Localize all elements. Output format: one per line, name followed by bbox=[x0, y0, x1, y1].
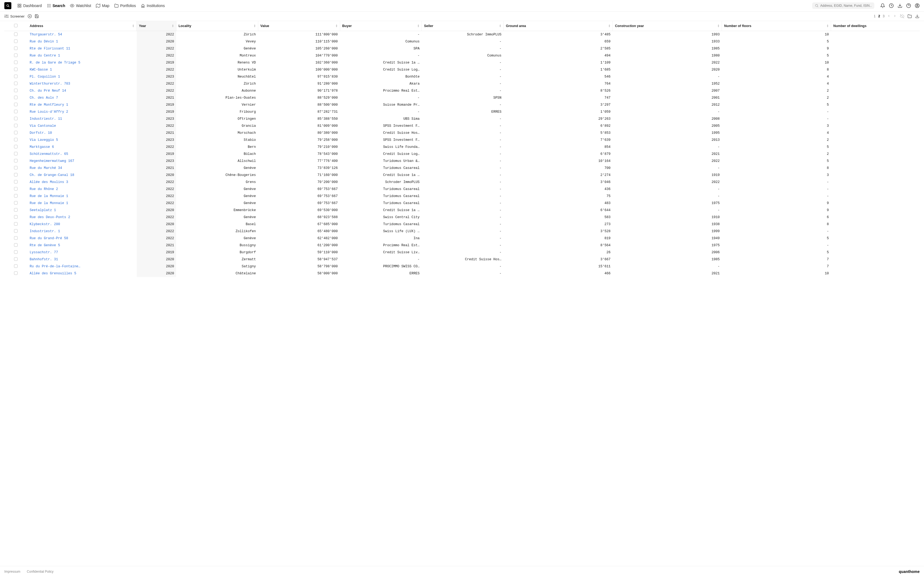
row-checkbox[interactable] bbox=[4, 31, 27, 39]
col-buyer[interactable]: Buyer▲▼ bbox=[340, 21, 422, 31]
clock-icon[interactable] bbox=[889, 3, 894, 8]
footer-impressum[interactable]: Impressum bbox=[4, 570, 20, 574]
row-checkbox[interactable] bbox=[4, 115, 27, 122]
row-checkbox[interactable] bbox=[4, 221, 27, 228]
page-2[interactable]: 2 bbox=[878, 15, 881, 18]
cell-address[interactable]: Via Laveggio 5 bbox=[27, 137, 137, 143]
col-floors[interactable]: Number of floors▲▼ bbox=[722, 21, 831, 31]
col-seller[interactable]: Seller▲▼ bbox=[422, 21, 504, 31]
row-checkbox[interactable] bbox=[4, 73, 27, 80]
row-checkbox[interactable] bbox=[4, 256, 27, 263]
cell-address[interactable]: Hegenheimermattweg 167 bbox=[27, 158, 137, 164]
logo[interactable] bbox=[4, 2, 11, 9]
cell-address[interactable]: Rue du Marché 34 bbox=[27, 164, 137, 172]
folder-open-icon[interactable] bbox=[907, 14, 912, 19]
row-checkbox[interactable] bbox=[4, 108, 27, 115]
cell-address[interactable]: Schützenmattstr. 65 bbox=[27, 150, 137, 158]
row-checkbox[interactable] bbox=[4, 200, 27, 207]
cell-address[interactable]: Rue Louis-d'Affry 2 bbox=[27, 108, 137, 115]
footer-policy[interactable]: Confidential Policy bbox=[27, 570, 53, 574]
row-checkbox[interactable] bbox=[4, 94, 27, 102]
nav-search[interactable]: Search bbox=[47, 3, 65, 8]
cell-address[interactable]: R. de la Gare de Triage 5 bbox=[27, 59, 137, 66]
nav-dashboard[interactable]: Dashboard bbox=[17, 3, 42, 8]
cell-address[interactable]: Industriestr. 1 bbox=[27, 228, 137, 235]
cell-address[interactable]: Rte de Montfleury 1 bbox=[27, 102, 137, 108]
cell-address[interactable]: Allée des Grenouilles 5 bbox=[27, 270, 137, 277]
page-next[interactable] bbox=[893, 15, 897, 18]
row-checkbox[interactable] bbox=[4, 150, 27, 158]
bell-icon[interactable] bbox=[880, 3, 885, 8]
row-checkbox[interactable] bbox=[4, 137, 27, 143]
cell-address[interactable]: Industriestr. 11 bbox=[27, 115, 137, 122]
cell-address[interactable]: Ch. du Pré Neuf 14 bbox=[27, 87, 137, 94]
cell-address[interactable]: Ru du Pré-de-la-Fontaine… bbox=[27, 263, 137, 270]
row-checkbox[interactable] bbox=[4, 249, 27, 256]
cell-address[interactable]: Rte de Genève 5 bbox=[27, 242, 137, 249]
row-checkbox[interactable] bbox=[4, 235, 27, 242]
cell-address[interactable]: Pl. Coquillon 1 bbox=[27, 73, 137, 80]
cell-address[interactable]: Thurgauerstr. 54 bbox=[27, 31, 137, 39]
row-checkbox[interactable] bbox=[4, 87, 27, 94]
row-checkbox[interactable] bbox=[4, 66, 27, 73]
cell-address[interactable]: Dorfstr. 10 bbox=[27, 129, 137, 137]
cell-address[interactable]: KWC-Gasse 1 bbox=[27, 66, 137, 73]
page-3[interactable]: 3 bbox=[882, 15, 885, 18]
col-dwellings[interactable]: Number of dwellings bbox=[831, 21, 920, 31]
row-checkbox[interactable] bbox=[4, 52, 27, 59]
visibility-icon[interactable] bbox=[900, 14, 905, 19]
global-search-input[interactable] bbox=[820, 4, 872, 8]
row-checkbox[interactable] bbox=[4, 122, 27, 129]
col-select-all[interactable] bbox=[4, 21, 27, 31]
cell-address[interactable]: Rue du Rhône 2 bbox=[27, 186, 137, 193]
cell-address[interactable]: Rue du Centre 1 bbox=[27, 52, 137, 59]
cell-address[interactable]: Seetalplatz 1 bbox=[27, 207, 137, 214]
col-locality[interactable]: Locality▲▼ bbox=[176, 21, 258, 31]
cell-address[interactable]: Rue du Dévin 1 bbox=[27, 38, 137, 45]
cell-address[interactable]: Rue de la Monnaie 1 bbox=[27, 193, 137, 200]
row-checkbox[interactable] bbox=[4, 45, 27, 52]
col-construction-year[interactable]: Construction year▲▼ bbox=[613, 21, 722, 31]
cell-address[interactable]: Allée des Moulins 3 bbox=[27, 179, 137, 186]
nav-portfolios[interactable]: Portfolios bbox=[114, 3, 136, 8]
row-checkbox[interactable] bbox=[4, 102, 27, 108]
nav-map[interactable]: Map bbox=[96, 3, 109, 8]
row-checkbox[interactable] bbox=[4, 214, 27, 221]
cell-address[interactable]: Winterthurerstr. 703 bbox=[27, 80, 137, 87]
clear-filter-icon[interactable] bbox=[27, 14, 32, 19]
cell-address[interactable]: Via Cantonale bbox=[27, 122, 137, 129]
cell-address[interactable]: Rue de la Monnaie 1 bbox=[27, 200, 137, 207]
row-checkbox[interactable] bbox=[4, 80, 27, 87]
row-checkbox[interactable] bbox=[4, 129, 27, 137]
row-checkbox[interactable] bbox=[4, 270, 27, 277]
page-1[interactable]: 1 bbox=[873, 15, 876, 18]
nav-institutions[interactable]: Institutions bbox=[141, 3, 165, 8]
row-checkbox[interactable] bbox=[4, 172, 27, 179]
col-ground-area[interactable]: Ground area▲▼ bbox=[504, 21, 613, 31]
user-icon[interactable] bbox=[915, 3, 920, 8]
row-checkbox[interactable] bbox=[4, 59, 27, 66]
row-checkbox[interactable] bbox=[4, 179, 27, 186]
row-checkbox[interactable] bbox=[4, 263, 27, 270]
row-checkbox[interactable] bbox=[4, 207, 27, 214]
download-icon[interactable] bbox=[898, 3, 902, 8]
row-checkbox[interactable] bbox=[4, 186, 27, 193]
global-search[interactable] bbox=[812, 2, 874, 9]
cell-address[interactable]: Rue du Grand-Pré 58 bbox=[27, 235, 137, 242]
export-icon[interactable] bbox=[915, 14, 920, 19]
row-checkbox[interactable] bbox=[4, 38, 27, 45]
row-checkbox[interactable] bbox=[4, 143, 27, 150]
cell-address[interactable]: Bahnhofstr. 31 bbox=[27, 256, 137, 263]
cell-address[interactable]: Rte de Florissant 11 bbox=[27, 45, 137, 52]
nav-watchlist[interactable]: Watchlist bbox=[70, 3, 91, 8]
cell-address[interactable]: Ch. des Aulx 7 bbox=[27, 94, 137, 102]
cell-address[interactable]: Rue des Deux-Ponts 2 bbox=[27, 214, 137, 221]
col-value[interactable]: Value▲▼ bbox=[258, 21, 340, 31]
cell-address[interactable]: Lyssachstr. 77 bbox=[27, 249, 137, 256]
row-checkbox[interactable] bbox=[4, 242, 27, 249]
row-checkbox[interactable] bbox=[4, 228, 27, 235]
row-checkbox[interactable] bbox=[4, 158, 27, 164]
save-icon[interactable] bbox=[34, 14, 39, 19]
cell-address[interactable]: Klybeckstr. 200 bbox=[27, 221, 137, 228]
row-checkbox[interactable] bbox=[4, 164, 27, 172]
